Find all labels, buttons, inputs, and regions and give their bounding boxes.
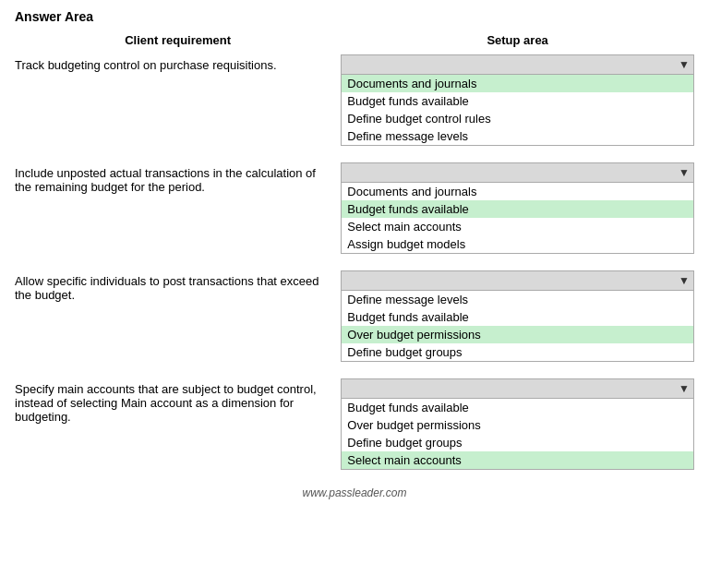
dropdown-item-3-4[interactable]: Define budget groups: [342, 343, 693, 361]
dropdown-header-1[interactable]: ▼: [341, 54, 694, 75]
setup-area-1: ▼Documents and journalsBudget funds avai…: [341, 54, 694, 146]
dropdown-item-2-2[interactable]: Budget funds available: [342, 200, 693, 218]
dropdown-item-1-3[interactable]: Define budget control rules: [342, 110, 693, 127]
dropdown-item-3-2[interactable]: Budget funds available: [342, 308, 693, 326]
dropdown-arrow-icon-4: ▼: [679, 382, 690, 395]
dropdown-item-1-4[interactable]: Define message levels: [342, 127, 693, 145]
requirement-text-2: Include unposted actual transactions in …: [15, 162, 341, 194]
dropdown-item-1-1[interactable]: Documents and journals: [342, 75, 693, 92]
answer-row-3: Allow specific individuals to post trans…: [15, 270, 694, 362]
dropdown-list-2: Documents and journalsBudget funds avail…: [341, 183, 694, 254]
dropdown-header-4[interactable]: ▼: [341, 378, 694, 399]
dropdown-item-2-1[interactable]: Documents and journals: [342, 183, 693, 200]
answer-area-title: Answer Area: [15, 9, 694, 24]
dropdown-arrow-icon-3: ▼: [679, 274, 690, 287]
dropdown-item-1-2[interactable]: Budget funds available: [342, 92, 693, 110]
dropdown-item-3-1[interactable]: Define message levels: [342, 291, 693, 308]
dropdown-list-1: Documents and journalsBudget funds avail…: [341, 75, 694, 146]
dropdown-item-3-3[interactable]: Over budget permissions: [342, 326, 693, 343]
requirement-text-3: Allow specific individuals to post trans…: [15, 270, 341, 302]
answer-row-4: Specify main accounts that are subject t…: [15, 378, 694, 470]
dropdown-list-4: Budget funds availableOver budget permis…: [341, 399, 694, 470]
dropdown-item-2-3[interactable]: Select main accounts: [342, 218, 693, 235]
dropdown-arrow-icon-2: ▼: [679, 166, 690, 179]
column-header-left: Client requirement: [15, 33, 341, 47]
dropdown-item-4-3[interactable]: Define budget groups: [342, 434, 693, 451]
requirement-text-4: Specify main accounts that are subject t…: [15, 378, 341, 424]
column-header-right: Setup area: [341, 33, 694, 47]
dropdown-item-4-1[interactable]: Budget funds available: [342, 399, 693, 416]
dropdown-header-2[interactable]: ▼: [341, 162, 694, 183]
dropdown-header-3[interactable]: ▼: [341, 270, 694, 291]
dropdown-item-4-2[interactable]: Over budget permissions: [342, 416, 693, 434]
requirement-text-1: Track budgeting control on purchase requ…: [15, 54, 341, 72]
dropdown-item-4-4[interactable]: Select main accounts: [342, 451, 693, 469]
setup-area-4: ▼Budget funds availableOver budget permi…: [341, 378, 694, 470]
answer-row-1: Track budgeting control on purchase requ…: [15, 54, 694, 146]
dropdown-list-3: Define message levelsBudget funds availa…: [341, 291, 694, 362]
setup-area-3: ▼Define message levelsBudget funds avail…: [341, 270, 694, 362]
dropdown-item-2-4[interactable]: Assign budget models: [342, 235, 693, 253]
dropdown-arrow-icon-1: ▼: [679, 58, 690, 71]
answer-row-2: Include unposted actual transactions in …: [15, 162, 694, 254]
watermark: www.passleader.com: [15, 486, 694, 499]
setup-area-2: ▼Documents and journalsBudget funds avai…: [341, 162, 694, 254]
